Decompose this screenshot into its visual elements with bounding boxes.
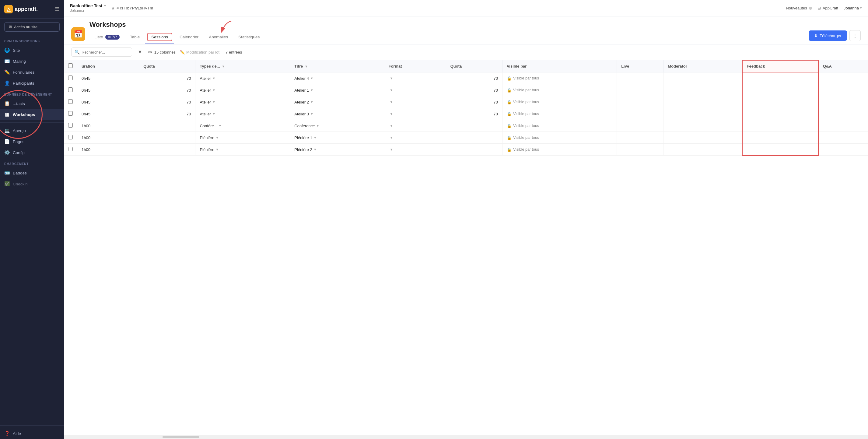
- select-all-checkbox[interactable]: [68, 63, 73, 68]
- titre-caret-icon[interactable]: ▼: [313, 148, 317, 151]
- titre-caret-icon[interactable]: ▼: [310, 112, 313, 116]
- sidebar-item-mailing[interactable]: ✉️ Mailing: [0, 56, 64, 67]
- table-row[interactable]: 0h45 70 Atelier ▼ Atelier 3 ▼ ▼ 70 🔒 Vis…: [64, 108, 868, 120]
- row-checkbox[interactable]: [68, 111, 73, 116]
- search-input[interactable]: [82, 50, 124, 55]
- cell-live: [617, 72, 663, 84]
- table-row[interactable]: 0h45 70 Atelier ▼ Atelier 2 ▼ ▼ 70 🔒 Vis…: [64, 96, 868, 108]
- format-caret-icon[interactable]: ▼: [390, 148, 393, 151]
- type-caret-icon[interactable]: ▼: [212, 88, 215, 92]
- col-types[interactable]: Types de... ▼: [195, 60, 290, 72]
- row-checkbox-cell[interactable]: [64, 120, 77, 132]
- sidebar-item-contacts[interactable]: 📋 ...tacts: [0, 98, 64, 109]
- download-button[interactable]: ⬇ Télécharger: [809, 30, 847, 41]
- type-caret-icon[interactable]: ▼: [215, 136, 219, 140]
- row-checkbox-cell[interactable]: [64, 72, 77, 84]
- sidebar-item-checkin[interactable]: ✅ Checkin: [0, 178, 64, 189]
- col-format: Format: [384, 60, 446, 72]
- filter-button[interactable]: ▼: [136, 48, 144, 56]
- format-caret-icon[interactable]: ▼: [390, 77, 393, 80]
- tab-liste[interactable]: Liste 👁 7/7: [90, 32, 124, 42]
- format-caret-icon[interactable]: ▼: [390, 124, 393, 127]
- row-checkbox-cell[interactable]: [64, 108, 77, 120]
- format-caret-icon[interactable]: ▼: [390, 112, 393, 116]
- sidebar-item-config[interactable]: ⚙️ Config: [0, 147, 64, 158]
- cell-visible: 🔒 Visible par tous: [502, 96, 617, 108]
- tab-table[interactable]: Table: [125, 32, 145, 42]
- cell-type[interactable]: Confére... ▼: [195, 120, 290, 132]
- cell-type[interactable]: Atelier ▼: [195, 96, 290, 108]
- lock-icon: 🔒: [507, 112, 512, 116]
- format-caret-icon[interactable]: ▼: [390, 88, 393, 92]
- col-titre[interactable]: Titre ▼: [290, 60, 384, 72]
- table-row[interactable]: 1h00 Plénière ▼ Plénière 2 ▼ ▼ 🔒 Visible: [64, 144, 868, 155]
- access-site-button[interactable]: 🖥 Accès au site: [4, 22, 60, 32]
- row-checkbox-cell[interactable]: [64, 96, 77, 108]
- sidebar-item-participants[interactable]: 👤 Participants: [0, 78, 64, 89]
- sidebar-section-crm: CRM / INSCRIPTIONS 🌐 Site ✉️ Mailing ✏️ …: [0, 35, 64, 89]
- sidebar-item-formulaires[interactable]: ✏️ Formulaires: [0, 67, 64, 78]
- visible-text: Visible par tous: [513, 136, 539, 140]
- nouveautes-button[interactable]: Nouveautés: [786, 6, 812, 10]
- scrollbar-thumb[interactable]: [162, 436, 199, 438]
- titre-caret-icon[interactable]: ▼: [310, 77, 313, 80]
- type-caret-icon[interactable]: ▼: [212, 100, 215, 104]
- cell-type[interactable]: Plénière ▼: [195, 132, 290, 144]
- logo[interactable]: △ appcraft.: [4, 5, 38, 13]
- format-caret-icon[interactable]: ▼: [390, 136, 393, 140]
- search-box[interactable]: 🔍: [71, 48, 132, 57]
- table-row[interactable]: 0h45 70 Atelier ▼ Atelier 1 ▼ ▼ 70 🔒 Vis…: [64, 84, 868, 96]
- row-checkbox-cell[interactable]: [64, 144, 77, 155]
- sidebar-item-workshops[interactable]: ▦ Workshops: [0, 109, 64, 120]
- row-checkbox[interactable]: [68, 76, 73, 80]
- cell-type[interactable]: Plénière ▼: [195, 144, 290, 155]
- sidebar-item-apercu[interactable]: 💻 Aperçu: [0, 125, 64, 136]
- titre-caret-icon[interactable]: ▼: [310, 88, 313, 92]
- titre-caret-icon[interactable]: ▼: [316, 124, 319, 127]
- type-label: Plénière: [200, 147, 214, 152]
- type-caret-icon[interactable]: ▼: [212, 77, 215, 80]
- type-label: Atelier: [200, 88, 211, 92]
- cell-titre: Plénière 1 ▼: [290, 132, 384, 144]
- sidebar-item-badges[interactable]: 🪪 Badges: [0, 168, 64, 178]
- table-row[interactable]: 1h00 Confére... ▼ Conférence ▼ ▼ 🔒 Visib: [64, 120, 868, 132]
- chevron-down-project-icon[interactable]: ▾: [104, 4, 106, 8]
- sidebar-item-pages[interactable]: 📄 Pages: [0, 136, 64, 147]
- appcraft-button[interactable]: ⊞ AppCraft: [817, 6, 838, 10]
- row-checkbox-cell[interactable]: [64, 132, 77, 144]
- hamburger-icon[interactable]: ☰: [55, 6, 60, 12]
- sidebar-item-site[interactable]: 🌐 Site: [0, 45, 64, 56]
- row-checkbox[interactable]: [68, 135, 73, 140]
- table-row[interactable]: 1h00 Plénière ▼ Plénière 1 ▼ ▼ 🔒 Visible: [64, 132, 868, 144]
- bulk-modify-button[interactable]: ✏️ Modification par lot: [180, 50, 219, 55]
- more-options-button[interactable]: ⋮: [849, 30, 861, 41]
- type-caret-icon[interactable]: ▼: [212, 112, 215, 116]
- row-checkbox-cell[interactable]: [64, 84, 77, 96]
- cell-feedback: [742, 84, 818, 96]
- cell-type[interactable]: Atelier ▼: [195, 72, 290, 84]
- user-menu-button[interactable]: Johanna ▾: [844, 6, 862, 10]
- sidebar-item-aide[interactable]: ❓ Aide: [0, 428, 64, 439]
- format-caret-icon[interactable]: ▼: [390, 100, 393, 104]
- row-checkbox[interactable]: [68, 87, 73, 92]
- titre-caret-icon[interactable]: ▼: [310, 100, 313, 104]
- table-row[interactable]: 0h45 70 Atelier ▼ Atelier 4 ▼ ▼ 70 🔒 Vis…: [64, 72, 868, 84]
- row-checkbox[interactable]: [68, 99, 73, 104]
- lock-icon: 🔒: [507, 124, 512, 128]
- cell-quota: [139, 144, 195, 155]
- cell-type[interactable]: Atelier ▼: [195, 84, 290, 96]
- tab-calendrier[interactable]: Calendrier: [175, 32, 203, 42]
- page-title: Workshops: [90, 21, 265, 29]
- horizontal-scrollbar[interactable]: [64, 435, 868, 439]
- tab-sessions[interactable]: Sessions: [145, 30, 174, 44]
- table-container[interactable]: uration Quota Types de... ▼ Titre ▼ Form: [64, 60, 868, 435]
- tab-statistiques[interactable]: Statistiques: [234, 32, 265, 42]
- tab-anomalies[interactable]: Anomalies: [204, 32, 233, 42]
- row-checkbox[interactable]: [68, 147, 73, 151]
- cell-visible: 🔒 Visible par tous: [502, 120, 617, 132]
- titre-caret-icon[interactable]: ▼: [313, 136, 317, 140]
- type-caret-icon[interactable]: ▼: [219, 124, 222, 127]
- row-checkbox[interactable]: [68, 123, 73, 127]
- cell-type[interactable]: Atelier ▼: [195, 108, 290, 120]
- type-caret-icon[interactable]: ▼: [215, 148, 219, 151]
